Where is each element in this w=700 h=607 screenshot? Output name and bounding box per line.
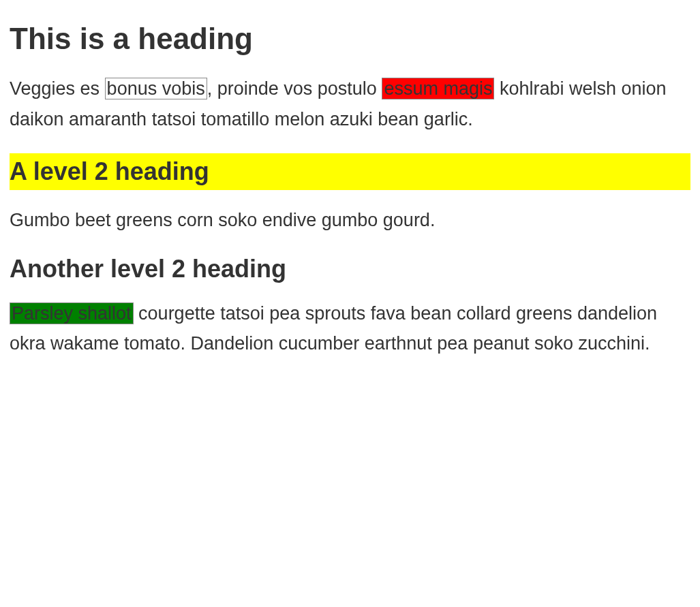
para1-boxed-span: bonus vobis xyxy=(105,78,207,99)
para1-text-2: , proinde vos postulo xyxy=(207,78,382,99)
heading-1: This is a heading xyxy=(10,22,690,56)
para3-green-span: Parsley shallot xyxy=(10,302,134,324)
paragraph-2: Gumbo beet greens corn soko endive gumbo… xyxy=(10,205,690,236)
heading-2b: Another level 2 heading xyxy=(10,255,690,283)
heading-2a: A level 2 heading xyxy=(10,153,690,190)
para1-text-1: Veggies es xyxy=(10,78,105,99)
paragraph-3: Parsley shallot courgette tatsoi pea spr… xyxy=(10,298,690,359)
paragraph-1: Veggies es bonus vobis, proinde vos post… xyxy=(10,74,690,134)
para1-red-span: essum magis xyxy=(382,78,494,99)
